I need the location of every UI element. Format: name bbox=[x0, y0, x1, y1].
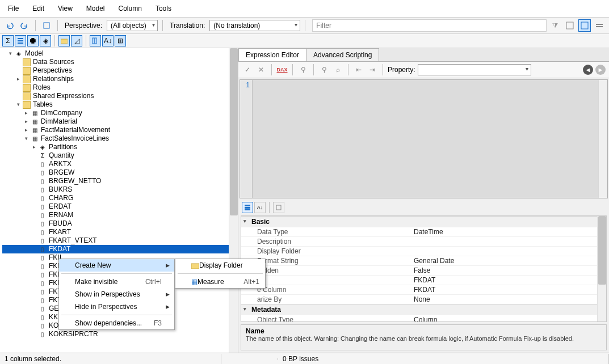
prop-row[interactable]: Data TypeDateTime bbox=[241, 227, 606, 236]
separator bbox=[61, 273, 172, 274]
find2-icon[interactable]: ⚲ bbox=[318, 64, 330, 75]
find-icon[interactable]: ⚲ bbox=[297, 64, 309, 75]
menu-model[interactable]: Model bbox=[79, 2, 112, 15]
prop-row[interactable]: HiddenFalse bbox=[241, 265, 606, 275]
filter-icon[interactable]: ⧩ bbox=[549, 19, 561, 32]
tree-scrollbar[interactable] bbox=[229, 48, 238, 353]
prop-row[interactable]: Object TypeColumn bbox=[241, 315, 606, 322]
tree-model[interactable]: ▾◈Model bbox=[2, 49, 238, 58]
ctx-sub-display-folder[interactable]: Display Folder bbox=[175, 259, 265, 272]
prop-category-basic[interactable]: ▾Basic bbox=[241, 216, 606, 227]
expression-editor-area[interactable]: 1 bbox=[240, 79, 608, 198]
tree-column[interactable]: ▯FBUDA bbox=[2, 219, 238, 228]
tree-column[interactable]: ▯CHARG bbox=[2, 194, 238, 202]
property-label: Property: bbox=[388, 66, 415, 74]
tree-column[interactable]: ▯ERDAT bbox=[2, 202, 238, 211]
tree-column[interactable]: ▯ERNAM bbox=[2, 211, 238, 219]
tree-table-factsales[interactable]: ▾▦FactSalesInvoiceLines bbox=[2, 134, 238, 143]
editor-toolbar: ✓ ✕ DAX ⚲ ⚲ ⌕ ⇤ ⇥ Property: ◄ ► bbox=[238, 62, 609, 78]
help-title: Name bbox=[246, 327, 602, 335]
svg-rect-1 bbox=[566, 22, 573, 29]
cancel-icon[interactable]: ✕ bbox=[255, 64, 267, 75]
tree-partitions[interactable]: ▸◈Partitions bbox=[2, 143, 238, 151]
tree-table-factmatmove[interactable]: ▸▦FactMaterialMovement bbox=[2, 126, 238, 134]
ctx-sub-measure[interactable]: ▦ MeasureAlt+1 bbox=[175, 276, 265, 288]
tree-column[interactable]: ▯BRGEW bbox=[2, 168, 238, 177]
tree-roles[interactable]: Roles bbox=[2, 83, 238, 92]
prop-row[interactable]: FKDAT bbox=[241, 275, 606, 285]
menu-tools[interactable]: Tools bbox=[149, 2, 178, 15]
prop-row[interactable]: e ColumnFKDAT bbox=[241, 285, 606, 294]
property-combo[interactable] bbox=[418, 64, 531, 75]
ctx-make-invisible[interactable]: Make invisibleCtrl+I bbox=[59, 276, 174, 288]
categorized-icon[interactable] bbox=[242, 202, 253, 213]
prop-row[interactable]: Description bbox=[241, 236, 606, 246]
status-issues[interactable]: 0 BP issues bbox=[278, 354, 609, 364]
ctx-create-new[interactable]: Create New▶ bbox=[59, 259, 174, 272]
redo-button[interactable] bbox=[18, 19, 31, 32]
prop-category-metadata[interactable]: ▾Metadata bbox=[241, 304, 606, 315]
menu-column[interactable]: Column bbox=[112, 2, 149, 15]
menu-edit[interactable]: Edit bbox=[26, 2, 51, 15]
tree-relationships[interactable]: ▸Relationships bbox=[2, 75, 238, 83]
ctx-hide-perspectives[interactable]: Hide in Perspectives▶ bbox=[59, 300, 174, 313]
cube2-icon[interactable]: ◈ bbox=[40, 35, 51, 46]
tree-tables[interactable]: ▾Tables bbox=[2, 100, 238, 109]
prop-row[interactable]: arize ByNone bbox=[241, 294, 606, 304]
tree-data-sources[interactable]: Data Sources bbox=[2, 58, 238, 66]
undo-button[interactable] bbox=[3, 19, 16, 32]
tab-expression-editor[interactable]: Expression Editor bbox=[238, 48, 306, 61]
view-toggle-2[interactable] bbox=[578, 19, 591, 32]
translation-label: Translation: bbox=[167, 22, 207, 29]
alphabetical-icon[interactable]: A↓ bbox=[254, 202, 266, 213]
editor-scrollbar[interactable] bbox=[598, 80, 607, 198]
tree-column-selected-fkdat[interactable]: ▯FKDAT bbox=[2, 245, 238, 253]
indent-in-icon[interactable]: ⇥ bbox=[367, 64, 378, 75]
svg-rect-5 bbox=[18, 38, 23, 39]
accept-icon[interactable]: ✓ bbox=[242, 64, 253, 75]
hidden-icon[interactable]: ◿ bbox=[71, 35, 82, 46]
menu-view[interactable]: View bbox=[51, 2, 79, 15]
prop-row[interactable]: Display Folder bbox=[241, 246, 606, 256]
tab-advanced-scripting[interactable]: Advanced Scripting bbox=[306, 48, 379, 61]
sort-key-icon[interactable]: ⊞ bbox=[115, 35, 126, 46]
tree-table-dimmaterial[interactable]: ▸▦DimMaterial bbox=[2, 117, 238, 126]
sigma-icon[interactable]: Σ bbox=[2, 35, 14, 46]
status-bar: 1 column selected. 0 BP issues bbox=[0, 353, 609, 364]
indent-out-icon[interactable]: ⇤ bbox=[353, 64, 364, 75]
tree-column[interactable]: ▯BRGEW_NETTO bbox=[2, 177, 238, 185]
tree-column[interactable]: ▯KOKRSIPRCTR bbox=[2, 330, 238, 338]
ctx-show-perspectives[interactable]: Show in Perspectives▶ bbox=[59, 288, 174, 300]
ctx-show-dependencies[interactable]: Show dependencies...F3 bbox=[59, 317, 174, 329]
perspective-combo[interactable]: (All objects) bbox=[107, 20, 158, 31]
tree-perspectives[interactable]: Perspectives bbox=[2, 66, 238, 75]
translation-combo[interactable]: (No translation) bbox=[209, 20, 300, 31]
cube-icon[interactable] bbox=[40, 19, 53, 32]
dax-icon[interactable]: DAX bbox=[276, 64, 288, 75]
tree-column[interactable]: ▯BUKRS bbox=[2, 185, 238, 194]
columns-icon[interactable] bbox=[90, 35, 101, 46]
filter-input[interactable] bbox=[312, 19, 547, 32]
separator bbox=[57, 20, 58, 31]
prop-pages-icon[interactable] bbox=[273, 202, 284, 213]
tree-column[interactable]: ▯FKART_VTEXT bbox=[2, 236, 238, 245]
tree-table-dimcompany[interactable]: ▸▦DimCompany bbox=[2, 109, 238, 117]
view-toggle-1[interactable] bbox=[564, 19, 576, 32]
tree-column[interactable]: ▯FKART bbox=[2, 228, 238, 236]
tree-column[interactable]: ▯ARKTX bbox=[2, 160, 238, 168]
tree-shared-expressions[interactable]: Shared Expressions bbox=[2, 92, 238, 100]
prop-row[interactable]: Format StringGeneral Date bbox=[241, 256, 606, 265]
separator bbox=[269, 202, 270, 213]
hierarchy-icon[interactable]: 🞧 bbox=[27, 35, 39, 46]
replace-icon[interactable]: ⌕ bbox=[332, 64, 343, 75]
folder-icon[interactable] bbox=[58, 35, 70, 46]
menu-file[interactable]: File bbox=[1, 2, 26, 15]
tree-measure-quantity[interactable]: ΣQuantity bbox=[2, 151, 238, 160]
view-toggle-3[interactable] bbox=[593, 19, 606, 32]
nav-fwd-icon[interactable]: ► bbox=[595, 65, 606, 75]
list-icon[interactable] bbox=[15, 35, 26, 46]
sort-asc-icon[interactable]: A↓ bbox=[102, 35, 114, 46]
nav-back-icon[interactable]: ◄ bbox=[583, 65, 593, 75]
svg-rect-2 bbox=[581, 22, 588, 29]
prop-grid-scrollbar[interactable] bbox=[597, 216, 606, 321]
